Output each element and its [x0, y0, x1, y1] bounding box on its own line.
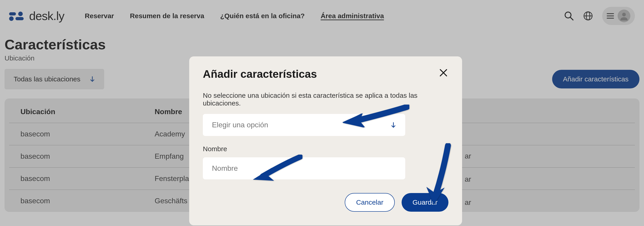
annotation-arrow — [339, 104, 409, 133]
modal-footer: Cancelar Guardar — [203, 193, 448, 212]
add-characteristics-modal: Añadir características No seleccione una… — [189, 56, 462, 225]
modal-title: Añadir características — [203, 68, 317, 80]
cancel-button[interactable]: Cancelar — [345, 193, 395, 212]
name-input[interactable] — [203, 157, 405, 180]
close-button[interactable] — [438, 68, 448, 78]
modal-hint: No seleccione una ubicación si esta cara… — [203, 92, 448, 107]
annotation-arrow — [250, 154, 302, 185]
close-icon — [439, 69, 448, 77]
modal-header: Añadir características — [203, 68, 448, 80]
select-placeholder: Elegir una opción — [212, 121, 268, 129]
annotation-arrow — [423, 143, 452, 208]
name-field-label: Nombre — [203, 145, 448, 153]
